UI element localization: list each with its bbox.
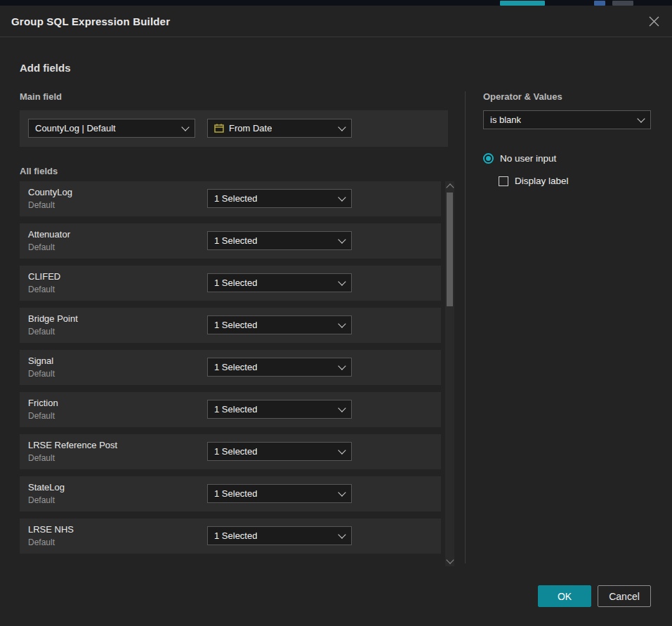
operator-dropdown[interactable]: is blank (483, 110, 651, 129)
field-selection-dropdown[interactable]: 1 Selected (207, 273, 352, 292)
background-app-fragment (612, 1, 633, 6)
field-selection-dropdown[interactable]: 1 Selected (207, 526, 352, 545)
field-row: CountyLog Default 1 Selected (20, 181, 441, 216)
chevron-down-icon (181, 123, 189, 131)
scroll-up-icon[interactable] (446, 183, 454, 191)
field-selection-dropdown[interactable]: 1 Selected (207, 358, 352, 377)
all-fields-list: CountyLog Default 1 Selected Attenuator … (20, 181, 441, 554)
dialog-footer: OK Cancel (538, 585, 651, 607)
close-icon (649, 16, 659, 27)
field-row: Bridge Point Default 1 Selected (20, 308, 441, 343)
field-row: LRSE Reference Post Default 1 Selected (20, 434, 441, 469)
field-selection-value: 1 Selected (214, 446, 257, 457)
chevron-down-icon (338, 404, 345, 412)
field-subtitle: Default (28, 285, 55, 294)
main-field-dropdown-value: From Date (229, 123, 272, 133)
background-app-fragment (594, 1, 605, 6)
field-row: CLIFED Default 1 Selected (20, 266, 441, 301)
field-subtitle: Default (28, 453, 55, 463)
field-row: Friction Default 1 Selected (20, 392, 441, 427)
no-user-input-radio[interactable]: No user input (483, 153, 556, 164)
layer-dropdown-value: CountyLog | Default (35, 123, 116, 133)
scrollbar-thumb[interactable] (447, 193, 453, 306)
field-selection-dropdown[interactable]: 1 Selected (207, 231, 352, 250)
chevron-down-icon (338, 123, 345, 131)
field-subtitle: Default (28, 369, 55, 379)
field-selection-value: 1 Selected (214, 278, 257, 288)
cancel-button[interactable]: Cancel (598, 585, 651, 607)
field-selection-dropdown[interactable]: 1 Selected (207, 442, 352, 461)
add-fields-heading: Add fields (20, 62, 71, 74)
field-selection-dropdown[interactable]: 1 Selected (207, 315, 352, 334)
field-name: CLIFED (28, 271, 60, 282)
field-subtitle: Default (28, 537, 55, 547)
field-subtitle: Default (28, 495, 55, 505)
field-selection-dropdown[interactable]: 1 Selected (207, 189, 352, 208)
field-subtitle: Default (28, 242, 55, 252)
dialog-header: Group SQL Expression Builder (0, 6, 672, 37)
vertical-divider (465, 91, 466, 563)
operator-values-label: Operator & Values (483, 91, 562, 102)
field-name: StateLog (28, 482, 65, 493)
field-selection-value: 1 Selected (214, 530, 257, 541)
field-row: StateLog Default 1 Selected (20, 476, 441, 511)
field-name: Bridge Point (28, 313, 78, 324)
ok-button[interactable]: OK (538, 585, 591, 607)
field-selection-value: 1 Selected (214, 320, 257, 330)
field-name: CountyLog (28, 187, 72, 197)
chevron-down-icon (338, 235, 345, 243)
main-field-panel: CountyLog | Default From Date (20, 110, 448, 147)
radio-label: No user input (500, 153, 556, 164)
chevron-down-icon (338, 530, 345, 538)
field-row: Attenuator Default 1 Selected (20, 223, 441, 259)
main-field-dropdown[interactable]: From Date (207, 119, 352, 138)
radio-selected-icon (483, 153, 494, 164)
dialog-title: Group SQL Expression Builder (11, 15, 170, 27)
field-selection-value: 1 Selected (214, 488, 257, 499)
field-row: LRSE NHS Default 1 Selected (20, 519, 441, 554)
field-selection-value: 1 Selected (214, 193, 257, 204)
field-selection-dropdown[interactable]: 1 Selected (207, 484, 352, 503)
chevron-down-icon (637, 115, 645, 122)
field-selection-value: 1 Selected (214, 404, 257, 415)
close-button[interactable] (647, 14, 661, 28)
chevron-down-icon (338, 488, 345, 496)
main-field-label: Main field (20, 91, 62, 102)
operator-dropdown-value: is blank (490, 115, 521, 125)
checkbox-unchecked-icon (499, 176, 508, 186)
chevron-down-icon (338, 193, 345, 201)
field-name: Friction (28, 398, 58, 408)
group-sql-expression-builder-dialog: Group SQL Expression Builder Add fields … (0, 6, 672, 626)
field-selection-value: 1 Selected (214, 235, 257, 246)
field-selection-dropdown[interactable]: 1 Selected (207, 400, 352, 419)
field-name: LRSE NHS (28, 524, 74, 535)
field-name: Signal (28, 356, 53, 366)
field-name: LRSE Reference Post (28, 440, 117, 450)
field-row: Signal Default 1 Selected (20, 350, 441, 385)
calendar-icon (214, 124, 224, 133)
field-subtitle: Default (28, 327, 55, 337)
chevron-down-icon (338, 446, 345, 454)
field-subtitle: Default (28, 200, 55, 210)
field-selection-value: 1 Selected (214, 362, 257, 372)
background-app-fragment (500, 1, 545, 6)
field-name: Attenuator (28, 229, 70, 240)
scrollbar[interactable] (445, 181, 454, 566)
scroll-down-icon[interactable] (446, 556, 454, 563)
all-fields-label: All fields (20, 166, 58, 176)
chevron-down-icon (338, 362, 345, 370)
checkbox-label: Display label (515, 176, 569, 186)
field-subtitle: Default (28, 411, 55, 421)
layer-dropdown[interactable]: CountyLog | Default (28, 119, 195, 138)
display-label-checkbox[interactable]: Display label (499, 176, 569, 186)
chevron-down-icon (338, 320, 345, 327)
chevron-down-icon (338, 278, 345, 285)
